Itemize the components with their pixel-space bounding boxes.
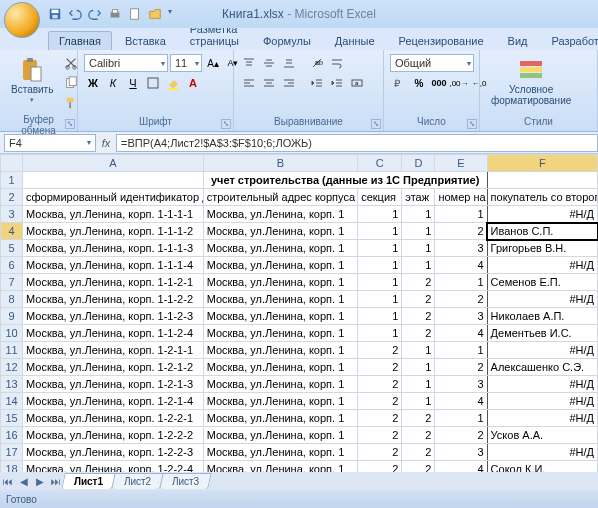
cell[interactable]: Москва, ул.Ленина, корп. 1 xyxy=(203,274,358,291)
dialog-launcher[interactable]: ⤡ xyxy=(371,119,381,129)
cell[interactable]: Москва, ул.Ленина, корп. 1-1-1-2 xyxy=(23,223,204,240)
cell[interactable]: 1 xyxy=(358,274,402,291)
cell[interactable]: 1 xyxy=(402,223,435,240)
cell[interactable]: Москва, ул.Ленина, корп. 1 xyxy=(203,427,358,444)
cell[interactable]: 2 xyxy=(358,410,402,427)
cell[interactable]: 2 xyxy=(402,461,435,473)
comma-button[interactable]: 000 xyxy=(430,74,448,92)
sheet-tab[interactable]: Лист2 xyxy=(111,473,164,489)
cell[interactable]: сформированный идентификатор для строки xyxy=(23,189,204,206)
align-right-button[interactable] xyxy=(280,74,298,92)
align-bottom-button[interactable] xyxy=(280,54,298,72)
cell[interactable]: 4 xyxy=(435,461,487,473)
dialog-launcher[interactable]: ⤡ xyxy=(221,119,231,129)
cell[interactable]: Москва, ул.Ленина, корп. 1-2-1-1 xyxy=(23,342,204,359)
prev-sheet-button[interactable]: ◀ xyxy=(16,473,32,489)
cell[interactable]: Москва, ул.Ленина, корп. 1-2-2-3 xyxy=(23,444,204,461)
row-header[interactable]: 8 xyxy=(1,291,23,308)
cell[interactable]: Иванов С.П. xyxy=(487,223,597,240)
font-name-combo[interactable]: Calibri xyxy=(84,54,168,72)
cell[interactable]: Москва, ул.Ленина, корп. 1-2-2-1 xyxy=(23,410,204,427)
cell[interactable]: 3 xyxy=(435,376,487,393)
ribbon-tab[interactable]: Данные xyxy=(324,31,386,50)
cell[interactable]: 2 xyxy=(435,291,487,308)
cell[interactable]: 2 xyxy=(358,427,402,444)
cell[interactable]: Москва, ул.Ленина, корп. 1 xyxy=(203,291,358,308)
cell[interactable]: Москва, ул.Ленина, корп. 1 xyxy=(203,410,358,427)
cell[interactable]: #Н/Д xyxy=(487,257,597,274)
number-format-combo[interactable]: Общий xyxy=(390,54,474,72)
row-header[interactable]: 7 xyxy=(1,274,23,291)
cell[interactable]: строительный адрес корпуса xyxy=(203,189,358,206)
sheet-tab[interactable]: Лист1 xyxy=(61,473,116,489)
cell[interactable]: Москва, ул.Ленина, корп. 1 xyxy=(203,257,358,274)
cell[interactable]: 2 xyxy=(358,393,402,410)
cell[interactable]: 1 xyxy=(358,240,402,257)
orientation-button[interactable]: ab xyxy=(308,54,326,72)
fill-color-button[interactable] xyxy=(164,74,182,92)
next-sheet-button[interactable]: ▶ xyxy=(32,473,48,489)
sheet-tab[interactable]: Лист3 xyxy=(160,473,213,489)
cell[interactable]: 3 xyxy=(435,444,487,461)
cell[interactable]: 1 xyxy=(402,376,435,393)
cell[interactable]: 1 xyxy=(358,223,402,240)
decrease-indent-button[interactable] xyxy=(308,74,326,92)
cell[interactable]: Москва, ул.Ленина, корп. 1-1-2-1 xyxy=(23,274,204,291)
cell[interactable]: 1 xyxy=(435,410,487,427)
row-header[interactable]: 13 xyxy=(1,376,23,393)
cell[interactable]: Алексашенко С.Э. xyxy=(487,359,597,376)
cell[interactable]: 2 xyxy=(435,223,487,240)
dialog-launcher[interactable]: ⤡ xyxy=(467,119,477,129)
cell[interactable]: Москва, ул.Ленина, корп. 1-1-1-4 xyxy=(23,257,204,274)
row-header[interactable]: 9 xyxy=(1,308,23,325)
cell[interactable]: Москва, ул.Ленина, корп. 1 xyxy=(203,308,358,325)
cell[interactable]: 2 xyxy=(358,359,402,376)
cell[interactable]: 4 xyxy=(435,257,487,274)
cell[interactable]: Москва, ул.Ленина, корп. 1 xyxy=(203,393,358,410)
cell[interactable]: Москва, ул.Ленина, корп. 1-1-2-3 xyxy=(23,308,204,325)
increase-decimal-button[interactable]: ,00→ xyxy=(450,74,468,92)
cell[interactable]: 1 xyxy=(358,257,402,274)
cell[interactable]: 3 xyxy=(435,240,487,257)
ribbon-tab[interactable]: Главная xyxy=(48,31,112,50)
row-header[interactable]: 3 xyxy=(1,206,23,223)
font-size-combo[interactable]: 11 xyxy=(170,54,202,72)
cell[interactable]: 1 xyxy=(402,393,435,410)
cell[interactable]: Москва, ул.Ленина, корп. 1-1-2-4 xyxy=(23,325,204,342)
row-header[interactable]: 15 xyxy=(1,410,23,427)
cell[interactable]: 2 xyxy=(402,291,435,308)
cell[interactable]: Москва, ул.Ленина, корп. 1 xyxy=(203,240,358,257)
cell[interactable]: 2 xyxy=(358,342,402,359)
cell[interactable]: Москва, ул.Ленина, корп. 1-1-1-1 xyxy=(23,206,204,223)
align-middle-button[interactable] xyxy=(260,54,278,72)
cell[interactable]: 1 xyxy=(435,274,487,291)
cell[interactable]: этаж xyxy=(402,189,435,206)
cell[interactable]: Сокол К.И. xyxy=(487,461,597,473)
cell[interactable]: 2 xyxy=(402,444,435,461)
cell[interactable]: 1 xyxy=(358,291,402,308)
cell[interactable]: Дементьев И.С. xyxy=(487,325,597,342)
row-header[interactable]: 18 xyxy=(1,461,23,473)
cell[interactable]: Москва, ул.Ленина, корп. 1 xyxy=(203,223,358,240)
cell[interactable]: 1 xyxy=(402,257,435,274)
row-header[interactable]: 14 xyxy=(1,393,23,410)
cell[interactable]: 3 xyxy=(435,308,487,325)
grow-font-button[interactable]: A▴ xyxy=(204,54,222,72)
increase-indent-button[interactable] xyxy=(328,74,346,92)
cell[interactable]: 1 xyxy=(402,240,435,257)
row-header[interactable]: 4 xyxy=(1,223,23,240)
cell[interactable]: Москва, ул.Ленина, корп. 1 xyxy=(203,325,358,342)
cell[interactable]: 1 xyxy=(358,206,402,223)
cell[interactable]: Москва, ул.Ленина, корп. 1 xyxy=(203,206,358,223)
cell[interactable]: секция xyxy=(358,189,402,206)
cell[interactable]: 1 xyxy=(358,325,402,342)
name-box[interactable]: F4 xyxy=(4,134,96,152)
cell[interactable]: 2 xyxy=(402,410,435,427)
align-center-button[interactable] xyxy=(260,74,278,92)
wrap-text-button[interactable] xyxy=(328,54,346,72)
cell[interactable]: Москва, ул.Ленина, корп. 1-1-1-3 xyxy=(23,240,204,257)
qat-dropdown-icon[interactable]: ▾ xyxy=(168,7,176,21)
italic-button[interactable]: К xyxy=(104,74,122,92)
undo-icon[interactable] xyxy=(68,7,82,21)
column-header[interactable]: E xyxy=(435,155,487,172)
